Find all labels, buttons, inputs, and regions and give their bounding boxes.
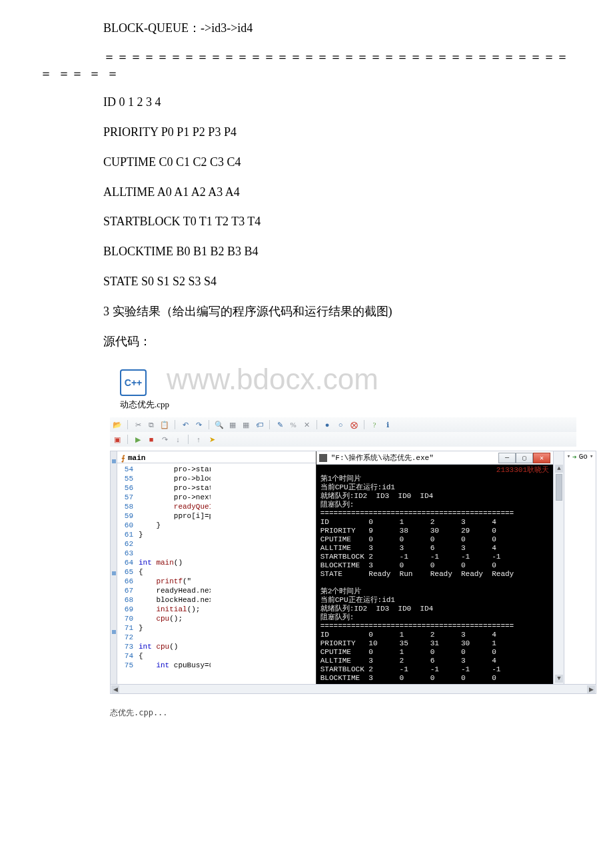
vertical-scrollbar[interactable]: ▲ ▼ (553, 451, 564, 684)
info-icon[interactable]: ℹ (383, 420, 392, 429)
chevron-down-icon-2[interactable]: ▾ (590, 453, 593, 460)
watermark-text: www.bdocx.com (167, 363, 378, 396)
horizontal-scrollbar[interactable]: ◀ ▶ (110, 685, 596, 694)
strike-icon[interactable]: ✕ (302, 420, 311, 429)
state-row: STATE S0 S1 S2 S3 S4 (0, 267, 613, 297)
redo-icon[interactable]: ↷ (194, 420, 203, 429)
cpp-file-label: 动态优先.cpp (120, 399, 169, 411)
wand-icon[interactable]: ✎ (275, 420, 285, 429)
undo-icon[interactable]: ↶ (181, 420, 190, 429)
ide-toolbar: 📂 ✂ ⧉ 📋 ↶ ↷ 🔍 ▦ ▦ 🏷 ✎ % ✕ ● ○ ⨂ ? ℹ (110, 417, 576, 447)
cursor-icon[interactable]: ➤ (207, 435, 217, 444)
copy-icon[interactable]: ⧉ (147, 420, 156, 429)
tool-icon[interactable]: ▦ (228, 420, 237, 429)
step-out-icon[interactable]: ↑ (194, 435, 203, 444)
divider-tail: ＝ ＝＝ ＝ ＝ (0, 65, 613, 87)
alltime-row: ALLTIME A0 A1 A2 A3 A4 (0, 177, 613, 207)
line-number-gutter: 5455565758596061626364656667686970717273… (117, 463, 136, 671)
percent-icon[interactable]: % (289, 420, 298, 429)
minimize-button[interactable]: — (498, 453, 516, 463)
cut-icon[interactable]: ✂ (133, 420, 143, 429)
source-label: 源代码： (0, 327, 613, 357)
run-icon[interactable]: ▶ (133, 435, 143, 444)
code-tab-label: main (128, 454, 145, 462)
document-page: BLOCK-QUEUE：->id3->id4 ＝＝＝＝＝＝＝＝＝＝＝＝＝＝＝＝＝… (0, 0, 613, 745)
go-label: Go (579, 453, 588, 461)
console-output[interactable]: 2133301耿晓天 第1个时间片 当前CPU正在运行:id1 就绪队列:ID2… (316, 465, 553, 684)
chevron-down-icon[interactable]: ▾ (567, 453, 570, 460)
bookmark-icon[interactable]: 🏷 (255, 420, 264, 429)
function-icon: ⨍ (121, 454, 125, 463)
divider-head: ＝＝＝＝＝＝＝＝＝＝＝＝＝＝＝＝＝＝＝＝＝＝＝＝＝＝＝＝＝＝＝＝＝＝＝ (0, 43, 613, 65)
help-icon[interactable]: ? (370, 420, 379, 429)
console-window: "F:\操作系统\动态优先.exe" — ▢ ✕ 2133301耿晓天 第1个时… (316, 451, 553, 684)
priority-row: PRIORITY P0 P1 P2 P3 P4 (0, 117, 613, 147)
cpp-file-icon-block: www.bdocx.com C++ 动态优先.cpp (0, 356, 613, 411)
scroll-left-icon[interactable]: ◀ (111, 685, 119, 693)
code-editor[interactable]: 5455565758596061626364656667686970717273… (117, 463, 211, 671)
tool-icon-2[interactable]: ▦ (241, 420, 251, 429)
id-row: ID 0 1 2 3 4 (0, 87, 613, 117)
cuptime-row: CUPTIME C0 C1 C2 C3 C4 (0, 147, 613, 177)
console-titlebar[interactable]: "F:\操作系统\动态优先.exe" — ▢ ✕ (316, 451, 553, 465)
step-in-icon[interactable]: ↓ (173, 435, 183, 444)
open-icon[interactable]: 📂 (113, 420, 122, 429)
find-icon[interactable]: 🔍 (215, 420, 224, 429)
ide-window: ⨍ main 545556575859606162636465666768697… (110, 451, 596, 685)
maximize-button[interactable]: ▢ (516, 453, 533, 463)
debug-icon[interactable]: ▣ (113, 435, 122, 444)
bp-del-icon[interactable]: ○ (336, 420, 345, 429)
startblock-row: STARTBLOCK T0 T1 T2 T3 T4 (0, 207, 613, 237)
stop-icon[interactable]: ■ (147, 435, 156, 444)
scroll-right-icon[interactable]: ▶ (587, 685, 595, 693)
console-title: "F:\操作系统\动态优先.exe" (331, 453, 498, 463)
bp-stop-icon[interactable]: ⨂ (349, 420, 358, 429)
go-panel[interactable]: ▾ ➔ Go ▾ (564, 451, 596, 684)
code-tab[interactable]: ⨍ main (117, 451, 316, 463)
scroll-down-icon[interactable]: ▼ (555, 675, 563, 683)
paste-icon[interactable]: 📋 (160, 420, 169, 429)
close-button[interactable]: ✕ (533, 453, 550, 463)
app-icon (319, 454, 327, 462)
blocktime-row: BLOCKTIME B0 B1 B2 B3 B4 (0, 237, 613, 267)
go-arrow-icon: ➔ (572, 453, 577, 461)
code-text: pro->star pro->bloc pro->stat pro->next … (136, 463, 211, 671)
bp-add-icon[interactable]: ● (322, 420, 332, 429)
result-heading: 3 实验结果（给出编写的程序源代码和运行结果的截图) (0, 297, 613, 327)
step-over-icon[interactable]: ↷ (160, 435, 169, 444)
footer-tab[interactable]: 态优先.cpp... (110, 707, 613, 719)
cpp-file-icon: C++ (120, 369, 147, 396)
scroll-thumb[interactable] (556, 474, 562, 501)
block-queue-line: BLOCK-QUEUE：->id3->id4 (0, 13, 613, 43)
breakpoint-gutter[interactable] (111, 451, 117, 684)
scroll-up-icon[interactable]: ▲ (555, 465, 563, 473)
